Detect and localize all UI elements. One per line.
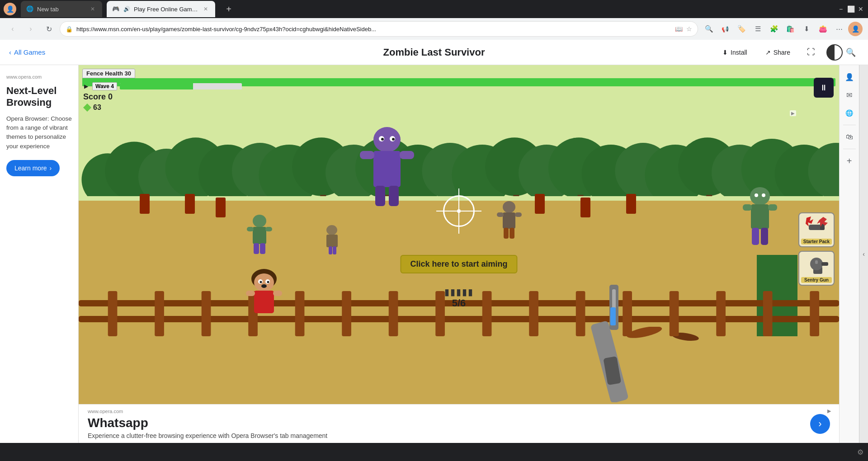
svg-point-68 xyxy=(755,193,758,197)
game-header: ‹ All Games Zombie Last Survivor ⬇ Insta… xyxy=(0,40,868,65)
game-container[interactable]: Fence Health 30 ▶ Wave 4 Score 0 xyxy=(79,65,839,443)
shopping-btn[interactable]: 🛍️ xyxy=(783,22,797,36)
reader-icon: 📖 xyxy=(675,25,683,33)
url-text: https://www.msn.com/en-us/play/games/zom… xyxy=(76,26,671,33)
svg-rect-56 xyxy=(389,186,399,206)
fullscreen-button[interactable]: ⛶ xyxy=(803,44,819,61)
favorites-nav-btn[interactable]: 🏷️ xyxy=(734,22,749,36)
svg-point-51 xyxy=(392,138,395,141)
downloads-nav-btn[interactable]: ⬇ xyxy=(799,22,814,36)
svg-rect-101 xyxy=(482,291,492,336)
ammo-display: ▮▮▮▮▮ 5/6 xyxy=(444,287,474,309)
all-games-link[interactable]: ‹ All Games xyxy=(9,48,45,56)
stump-5 xyxy=(580,198,590,217)
svg-rect-107 xyxy=(763,291,773,336)
stump-2 xyxy=(185,194,195,214)
immersive-reader-btn[interactable]: ☰ xyxy=(750,22,765,36)
corner-search-button[interactable]: 🔍 xyxy=(843,44,859,61)
hud-score: Score 0 63 xyxy=(83,92,113,112)
download-icon: ⬇ xyxy=(722,49,728,56)
games-tab-close[interactable]: ✕ xyxy=(202,5,210,13)
zombie-green-right xyxy=(742,187,778,248)
new-tab-favicon: 🌐 xyxy=(26,5,33,13)
profile-nav-btn[interactable]: 👤 xyxy=(848,22,863,36)
crosshair-dot xyxy=(457,209,461,213)
tab-new-tab[interactable]: 🌐 New tab ✕ xyxy=(21,1,102,17)
search-icon-btn[interactable]: 🔍 xyxy=(702,22,716,36)
right-shopping-btn[interactable]: 🛍 xyxy=(841,129,858,145)
zombie-brown-right xyxy=(497,201,522,241)
right-person-btn[interactable]: 👤 xyxy=(841,69,858,85)
collapse-panel[interactable]: ‹ xyxy=(859,65,868,443)
games-tab-label: Play Free Online Games | G... xyxy=(134,6,198,13)
theme-button[interactable] xyxy=(826,44,843,61)
forward-button[interactable]: › xyxy=(24,22,38,36)
game-header-actions: ⬇ Install ↗ Share ⛶ xyxy=(717,44,843,61)
close-button[interactable]: ✕ xyxy=(857,5,864,13)
svg-point-57 xyxy=(253,215,266,227)
svg-rect-80 xyxy=(509,228,514,239)
title-bar: 👤 🌐 New tab ✕ 🎮 🔊 Play Free Online Games… xyxy=(0,0,868,18)
zombie-big-purple xyxy=(360,126,414,209)
svg-rect-72 xyxy=(768,204,777,211)
pause-button[interactable]: ⏸ xyxy=(814,78,834,98)
sentry-gun-icon xyxy=(803,254,830,276)
svg-rect-98 xyxy=(342,291,351,336)
pause-icon: ⏸ xyxy=(820,83,828,93)
currency-count: 63 xyxy=(93,103,101,112)
refresh-button[interactable]: ↻ xyxy=(42,22,56,36)
crosshair[interactable] xyxy=(443,195,475,227)
svg-point-86 xyxy=(267,281,269,283)
bottom-ad-cta-button[interactable]: › xyxy=(810,414,830,434)
maximize-button[interactable]: ⬜ xyxy=(847,5,854,13)
gun-fpv xyxy=(577,285,649,404)
right-browser-btn[interactable]: 🌐 xyxy=(841,105,858,121)
svg-rect-106 xyxy=(716,291,726,336)
sentry-gun-button[interactable]: Sentry Gun xyxy=(798,251,835,286)
nav-icons: 🔍 📢 🏷️ ☰ 🧩 🛍️ ⬇ 👛 ⋯ 👤 xyxy=(702,22,863,36)
settings-icon[interactable]: ⚙ xyxy=(857,448,863,456)
more-btn[interactable]: ⋯ xyxy=(832,22,846,36)
new-tab-button[interactable]: + xyxy=(222,2,236,16)
learn-more-button[interactable]: Learn more › xyxy=(6,160,60,176)
bottom-ad: ▶ www.opera.com Whatsapp Experience a cl… xyxy=(79,404,839,443)
play-small-button[interactable]: ▶ xyxy=(82,83,90,90)
svg-rect-73 xyxy=(752,228,759,245)
address-bar[interactable]: 🔒 https://www.msn.com/en-us/play/games/z… xyxy=(60,21,698,37)
tab-games[interactable]: 🎮 🔊 Play Free Online Games | G... ✕ xyxy=(107,1,215,17)
svg-rect-95 xyxy=(202,291,211,336)
wallet-btn[interactable]: 👛 xyxy=(816,22,830,36)
extensions-nav-btn[interactable]: 🧩 xyxy=(767,22,781,36)
profile-avatar[interactable]: 👤 xyxy=(4,3,16,15)
share-button[interactable]: ↗ Share xyxy=(760,46,796,59)
svg-point-82 xyxy=(254,273,274,292)
svg-point-87 xyxy=(261,284,267,288)
fullscreen-icon: ⛶ xyxy=(807,47,815,57)
right-mail-btn[interactable]: ✉ xyxy=(841,87,858,103)
svg-rect-71 xyxy=(743,204,752,211)
svg-rect-79 xyxy=(504,228,509,239)
left-sidebar-ad: www.opera.com Next-Level Browsing Opera … xyxy=(0,65,79,443)
svg-rect-52 xyxy=(373,151,401,187)
svg-rect-76 xyxy=(503,212,515,229)
click-aim-text[interactable]: Click here to start aiming xyxy=(400,255,517,273)
zombie-tiny xyxy=(322,225,342,258)
sentry-gun-label: Sentry Gun xyxy=(801,277,832,283)
svg-rect-102 xyxy=(529,291,538,336)
minimize-button[interactable]: − xyxy=(837,5,844,13)
bottom-ad-text: www.opera.com Whatsapp Experience a clut… xyxy=(88,409,803,439)
install-button[interactable]: ⬇ Install xyxy=(717,46,753,59)
new-tab-close[interactable]: ✕ xyxy=(89,5,97,13)
svg-rect-77 xyxy=(497,212,504,217)
svg-point-67 xyxy=(750,187,770,205)
game-canvas[interactable]: Fence Health 30 ▶ Wave 4 Score 0 xyxy=(79,65,839,404)
right-add-btn[interactable]: + xyxy=(841,153,858,169)
stump-3 xyxy=(216,198,226,217)
install-label: Install xyxy=(731,49,747,56)
svg-point-47 xyxy=(373,127,401,152)
browser-add-btn[interactable]: 📢 xyxy=(718,22,732,36)
starter-pack-button[interactable]: Starter Pack xyxy=(798,212,835,247)
stump-6 xyxy=(626,194,636,214)
back-button[interactable]: ‹ xyxy=(5,22,20,36)
svg-rect-53 xyxy=(360,151,374,159)
